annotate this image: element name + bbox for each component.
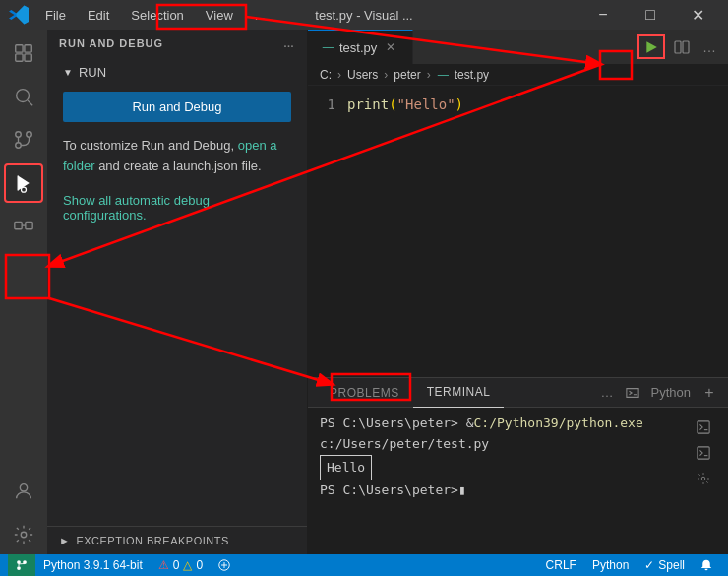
maximize-button[interactable]: □ [628, 0, 673, 30]
activity-extensions[interactable] [4, 207, 43, 246]
status-git[interactable] [8, 554, 35, 576]
svg-point-16 [21, 532, 27, 538]
menu-edit[interactable]: Edit [78, 6, 119, 25]
activity-settings[interactable] [4, 515, 43, 554]
svg-point-7 [27, 132, 32, 138]
breadcrumb-c: C: [320, 68, 332, 82]
open-folder-link[interactable]: open a folder [63, 138, 277, 173]
status-spell[interactable]: ✓ Spell [637, 554, 693, 576]
status-remote[interactable] [211, 554, 238, 576]
window-controls: − □ ✕ [580, 0, 720, 30]
sidebar-title: RUN AND DEBUG [59, 37, 163, 49]
ps-prompt-2: PS C:\Users\peter> [320, 480, 458, 501]
spell-label: Spell [658, 558, 685, 572]
run-triangle-icon: ▼ [63, 67, 73, 78]
terminal-line-2: Hello [320, 455, 687, 481]
terminal-icon-2[interactable] [694, 443, 713, 463]
panel-tab-icons: … Python + [601, 382, 720, 404]
svg-point-25 [701, 477, 705, 480]
split-editor-icon[interactable] [671, 36, 693, 58]
code-editor[interactable]: 1 print("Hello") [308, 86, 728, 377]
terminal-icon-1[interactable] [694, 417, 713, 437]
run-title: ▼ RUN [63, 65, 291, 80]
svg-rect-19 [683, 41, 689, 53]
warning-count: 0 [196, 558, 203, 572]
run-label: RUN [79, 65, 106, 80]
svg-rect-2 [16, 54, 23, 61]
svg-rect-21 [698, 421, 709, 433]
activity-source-control[interactable] [4, 120, 43, 160]
tab-problems[interactable]: PROBLEMS [316, 378, 413, 408]
terminal-sidebar-icons [691, 414, 716, 548]
chevron-right-icon: ► [59, 535, 70, 546]
svg-rect-23 [698, 447, 709, 459]
status-bar: Python 3.9.1 64-bit ⚠ 0 △ 0 CRLF Python … [0, 554, 728, 576]
sidebar-more-icon[interactable]: … [283, 37, 295, 49]
svg-point-28 [17, 566, 21, 570]
svg-rect-0 [16, 45, 23, 52]
run-file-button[interactable] [637, 34, 665, 59]
more-actions-icon[interactable]: … [698, 36, 720, 58]
svg-point-4 [17, 90, 30, 102]
activity-search[interactable] [4, 77, 43, 116]
status-python-version[interactable]: Python 3.9.1 64-bit [35, 554, 151, 576]
main-layout: RUN AND DEBUG … ▼ RUN Run and Debug To c… [0, 30, 728, 554]
error-count: 0 [173, 558, 180, 572]
code-open-paren: ( [389, 94, 396, 115]
sidebar-header-icons: … [283, 37, 295, 49]
add-terminal-icon[interactable]: + [698, 382, 720, 404]
svg-point-26 [17, 560, 21, 564]
svg-rect-14 [26, 222, 32, 228]
svg-rect-18 [675, 41, 681, 53]
tab-terminal[interactable]: TERMINAL [413, 378, 505, 408]
code-hello-string: "Hello" [397, 94, 455, 115]
check-icon: ✓ [644, 558, 654, 572]
close-button[interactable]: ✕ [675, 0, 720, 30]
activity-run-debug[interactable] [4, 163, 43, 203]
code-content[interactable]: print("Hello") [347, 94, 728, 369]
svg-rect-13 [15, 222, 22, 228]
menu-view[interactable]: View [196, 6, 243, 25]
status-language[interactable]: Python [584, 554, 637, 576]
minimize-button[interactable]: − [580, 0, 626, 30]
status-errors[interactable]: ⚠ 0 △ 0 [151, 554, 211, 576]
svg-marker-17 [646, 41, 657, 53]
sidebar-description: To customize Run and Debug, open a folde… [63, 136, 291, 177]
terminal-panel: PROBLEMS TERMINAL … Python + [308, 377, 728, 554]
error-icon: ⚠ [158, 558, 169, 572]
line-number-1: 1 [308, 94, 335, 115]
menu-more[interactable]: ... [245, 6, 275, 25]
python-file-icon: ⸻ [322, 40, 334, 54]
terminal-output[interactable]: PS C:\Users\peter> & C:/Python39/python.… [320, 414, 687, 548]
breadcrumb-users: Users [347, 68, 378, 82]
status-encoding[interactable]: CRLF [538, 554, 584, 576]
menu-file[interactable]: File [35, 6, 76, 25]
status-bell[interactable] [693, 554, 720, 576]
python-path: C:/Python39/python.exe [474, 414, 643, 434]
run-section: ▼ RUN Run and Debug To customize Run and… [47, 57, 307, 230]
activity-account[interactable] [4, 472, 43, 511]
sidebar-header: RUN AND DEBUG … [47, 30, 307, 57]
tab-close-icon[interactable]: ✕ [383, 38, 398, 56]
panel-tabs: PROBLEMS TERMINAL … Python + [308, 378, 728, 408]
svg-point-11 [22, 187, 27, 192]
run-debug-button[interactable]: Run and Debug [63, 92, 291, 122]
menu-selection[interactable]: Selection [121, 6, 193, 25]
hello-output: Hello [320, 455, 372, 481]
tab-test-py[interactable]: ⸻ test.py ✕ [308, 30, 413, 64]
show-auto-debug-link[interactable]: Show all automatic debug configurations. [63, 193, 291, 223]
breadcrumb-testpy: test.py [455, 68, 489, 82]
svg-rect-3 [25, 54, 31, 61]
ps-prompt: PS C:\Users\peter> & [320, 414, 474, 434]
editor-tabs: ⸻ test.py ✕ … [308, 30, 728, 64]
terminal-settings-icon[interactable] [694, 469, 713, 488]
line-numbers: 1 [308, 94, 347, 369]
breadcrumb-peter: peter [394, 68, 420, 82]
activity-explorer[interactable] [4, 33, 43, 73]
menu-bar: File Edit Selection View ... [35, 6, 580, 25]
exception-breakpoints[interactable]: ► EXCEPTION BREAKPOINTS [47, 526, 307, 554]
exception-label: EXCEPTION BREAKPOINTS [76, 535, 228, 546]
terminal-line-3: PS C:\Users\peter> ▮ [320, 480, 687, 501]
terminal-shell-icon[interactable] [622, 382, 643, 404]
panel-more-icon[interactable]: … [601, 385, 614, 400]
